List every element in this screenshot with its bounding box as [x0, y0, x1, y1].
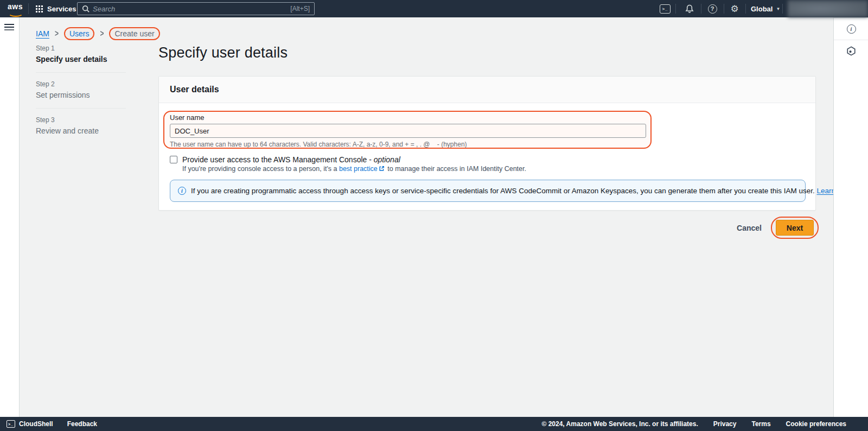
cloudshell-terminal-icon: >_ — [7, 420, 15, 428]
wizard-actions: Cancel Next — [158, 219, 816, 239]
resources-hexagon-icon[interactable] — [834, 40, 868, 62]
card-header: User details — [159, 77, 815, 103]
left-rail — [0, 17, 20, 417]
settings-gear-icon[interactable]: ⚙ — [727, 0, 742, 17]
chevron-right-icon: > — [100, 29, 104, 39]
divider — [701, 4, 701, 14]
next-button[interactable]: Next — [776, 220, 814, 236]
external-link-icon — [379, 166, 385, 173]
user-details-card: User details User name The user name can… — [158, 76, 816, 211]
chevron-down-icon: ▼ — [776, 7, 780, 11]
optional-text: optional — [374, 155, 400, 164]
alert-text: If you are creating programmatic access … — [191, 187, 863, 195]
breadcrumb-current: Create user — [114, 29, 154, 38]
best-practice-link[interactable]: best practice — [339, 165, 378, 173]
breadcrumb-iam-link[interactable]: IAM — [36, 29, 49, 38]
global-search-box[interactable]: [Alt+S] — [77, 2, 315, 15]
username-label: User name — [170, 113, 205, 122]
notifications-bell-icon[interactable] — [682, 0, 697, 17]
hamburger-menu-icon[interactable] — [4, 24, 14, 31]
help-icon[interactable]: ? — [705, 0, 719, 17]
region-label: Global — [751, 5, 773, 13]
region-selector[interactable]: Global ▼ — [751, 0, 780, 17]
annotation-circle-users: Users — [64, 27, 95, 40]
wizard-steps-nav: Step 1 Specify user details Step 2 Set p… — [36, 45, 126, 135]
cloudshell-icon[interactable]: >_ — [658, 0, 673, 17]
programmatic-access-info-alert: i If you are creating programmatic acces… — [170, 180, 806, 202]
top-navigation-bar: aws Services [Alt+S] >_ ? ⚙ Global ▼ — [0, 0, 868, 17]
feedback-link[interactable]: Feedback — [67, 420, 97, 428]
divider — [724, 4, 724, 14]
breadcrumb: IAM > Users > Create user — [36, 26, 160, 41]
divider — [36, 72, 126, 73]
username-input[interactable] — [170, 124, 646, 138]
terms-link[interactable]: Terms — [751, 420, 770, 428]
copyright-text: © 2024, Amazon Web Services, Inc. or its… — [541, 420, 698, 428]
console-access-help: If you're providing console access to a … — [182, 165, 526, 173]
breadcrumb-users-link[interactable]: Users — [69, 29, 90, 38]
footer-bar: >_ CloudShell Feedback © 2024, Amazon We… — [0, 417, 868, 431]
username-constraint-text: The user name can have up to 64 characte… — [170, 141, 467, 148]
card-title: User details — [170, 85, 219, 94]
right-tools-rail: i — [833, 17, 868, 417]
step-1-specify-user-details[interactable]: Step 1 Specify user details — [36, 45, 126, 64]
account-menu-redacted[interactable] — [788, 0, 868, 17]
iam-create-user-page: aws Services [Alt+S] >_ ? ⚙ Global ▼ — [0, 0, 868, 431]
search-shortcut-hint: [Alt+S] — [290, 5, 310, 12]
services-menu-button[interactable]: Services — [36, 0, 76, 17]
console-access-label[interactable]: Provide user access to the AWS Managemen… — [182, 155, 400, 164]
divider — [745, 4, 746, 14]
cookie-preferences-link[interactable]: Cookie preferences — [786, 420, 846, 428]
console-access-checkbox[interactable] — [170, 156, 177, 163]
divider — [28, 3, 29, 14]
cancel-button[interactable]: Cancel — [737, 224, 762, 232]
services-label: Services — [47, 5, 76, 13]
info-icon: i — [178, 187, 186, 195]
divider — [36, 108, 126, 109]
step-2-set-permissions[interactable]: Step 2 Set permissions — [36, 80, 126, 99]
chevron-right-icon: > — [55, 29, 59, 39]
privacy-link[interactable]: Privacy — [713, 420, 737, 428]
console-access-row: Provide user access to the AWS Managemen… — [170, 155, 400, 164]
annotation-circle-create-user: Create user — [109, 27, 159, 40]
services-grid-icon — [36, 5, 43, 12]
cloudshell-footer-button[interactable]: >_ CloudShell — [7, 420, 53, 428]
search-input[interactable] — [93, 5, 287, 13]
info-panel-icon[interactable]: i — [834, 18, 868, 40]
page-title: Specify user details — [158, 45, 288, 61]
divider — [675, 4, 676, 14]
divider — [782, 4, 783, 14]
aws-logo[interactable]: aws — [8, 2, 23, 11]
search-icon — [82, 5, 90, 12]
step-3-review-and-create[interactable]: Step 3 Review and create — [36, 116, 126, 135]
